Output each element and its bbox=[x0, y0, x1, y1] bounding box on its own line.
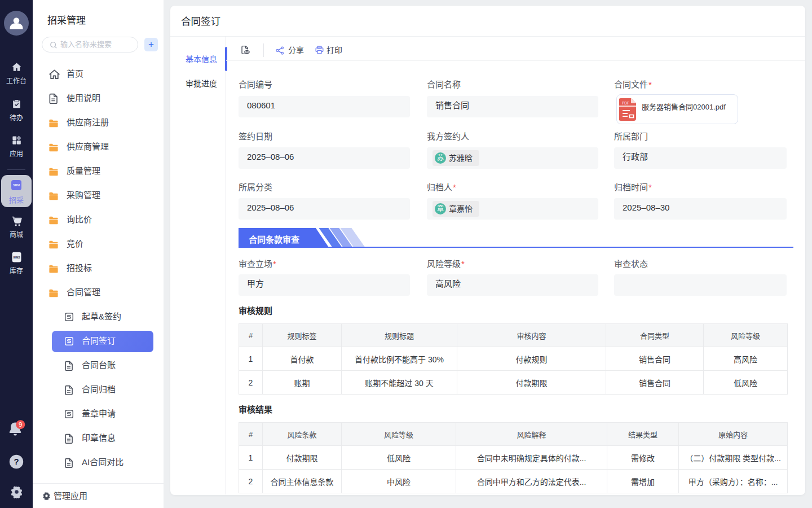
svg-text:PDF: PDF bbox=[622, 101, 629, 105]
svg-text:?: ? bbox=[14, 457, 19, 466]
svg-text:WMS: WMS bbox=[13, 256, 20, 259]
svg-text:9: 9 bbox=[19, 421, 22, 428]
